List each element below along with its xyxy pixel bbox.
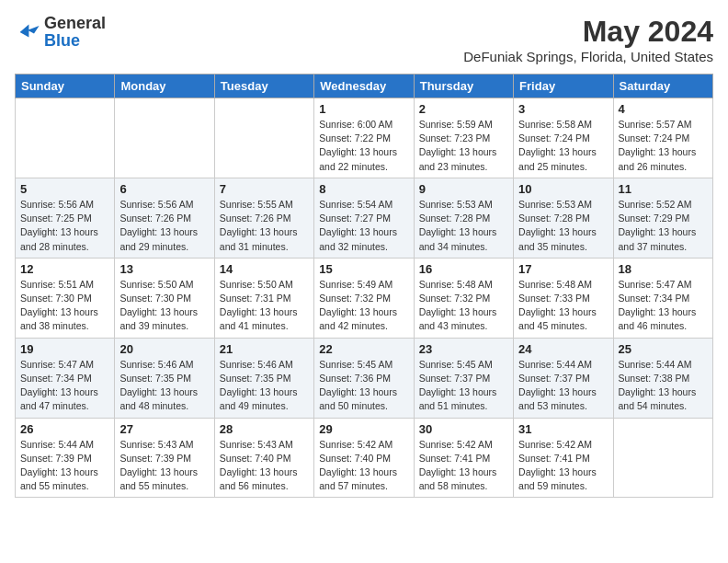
- weekday-header-friday: Friday: [514, 75, 613, 98]
- day-info: Sunrise: 5:42 AMSunset: 7:40 PMDaylight:…: [319, 438, 408, 494]
- day-number: 7: [220, 182, 309, 196]
- calendar-cell: [214, 98, 313, 178]
- calendar-cell: 5Sunrise: 5:56 AMSunset: 7:25 PMDaylight…: [16, 178, 115, 258]
- calendar-cell: 7Sunrise: 5:55 AMSunset: 7:26 PMDaylight…: [214, 178, 313, 258]
- month-title: May 2024: [463, 15, 713, 49]
- calendar-cell: 19Sunrise: 5:47 AMSunset: 7:34 PMDayligh…: [16, 338, 115, 418]
- day-info: Sunrise: 5:42 AMSunset: 7:41 PMDaylight:…: [518, 438, 608, 494]
- weekday-header-thursday: Thursday: [414, 75, 513, 98]
- calendar-cell: 1Sunrise: 6:00 AMSunset: 7:22 PMDaylight…: [314, 98, 414, 178]
- day-number: 1: [319, 102, 408, 116]
- page-header: General Blue May 2024 DeFuniak Springs, …: [15, 15, 713, 64]
- day-number: 31: [518, 422, 608, 436]
- calendar-cell: 23Sunrise: 5:45 AMSunset: 7:37 PMDayligh…: [414, 338, 513, 418]
- day-info: Sunrise: 5:49 AMSunset: 7:32 PMDaylight:…: [319, 278, 408, 334]
- day-number: 6: [119, 182, 209, 196]
- calendar-week-2: 5Sunrise: 5:56 AMSunset: 7:25 PMDaylight…: [16, 178, 713, 258]
- calendar-cell: 15Sunrise: 5:49 AMSunset: 7:32 PMDayligh…: [314, 258, 414, 338]
- calendar-cell: 9Sunrise: 5:53 AMSunset: 7:28 PMDaylight…: [414, 178, 513, 258]
- weekday-header-wednesday: Wednesday: [314, 75, 414, 98]
- day-number: 3: [518, 102, 608, 116]
- day-info: Sunrise: 5:44 AMSunset: 7:37 PMDaylight:…: [518, 358, 608, 414]
- day-info: Sunrise: 5:50 AMSunset: 7:31 PMDaylight:…: [220, 278, 309, 334]
- logo: General Blue: [15, 15, 106, 50]
- calendar-cell: 24Sunrise: 5:44 AMSunset: 7:37 PMDayligh…: [514, 338, 613, 418]
- day-number: 27: [119, 422, 209, 436]
- day-info: Sunrise: 5:56 AMSunset: 7:26 PMDaylight:…: [119, 198, 209, 254]
- calendar-cell: 11Sunrise: 5:52 AMSunset: 7:29 PMDayligh…: [613, 178, 712, 258]
- day-info: Sunrise: 5:50 AMSunset: 7:30 PMDaylight:…: [119, 278, 209, 334]
- calendar-cell: 18Sunrise: 5:47 AMSunset: 7:34 PMDayligh…: [613, 258, 712, 338]
- calendar-cell: 2Sunrise: 5:59 AMSunset: 7:23 PMDaylight…: [414, 98, 513, 178]
- calendar-cell: [115, 98, 214, 178]
- day-info: Sunrise: 5:48 AMSunset: 7:32 PMDaylight:…: [419, 278, 508, 334]
- day-number: 5: [20, 182, 109, 196]
- day-number: 19: [20, 342, 109, 356]
- day-info: Sunrise: 5:46 AMSunset: 7:35 PMDaylight:…: [119, 358, 209, 414]
- day-info: Sunrise: 5:45 AMSunset: 7:36 PMDaylight:…: [319, 358, 408, 414]
- day-number: 2: [419, 102, 508, 116]
- day-info: Sunrise: 5:53 AMSunset: 7:28 PMDaylight:…: [518, 198, 608, 254]
- day-info: Sunrise: 5:47 AMSunset: 7:34 PMDaylight:…: [20, 358, 109, 414]
- calendar-cell: 12Sunrise: 5:51 AMSunset: 7:30 PMDayligh…: [16, 258, 115, 338]
- logo-icon: [15, 19, 40, 45]
- day-number: 11: [619, 182, 708, 196]
- calendar-cell: 13Sunrise: 5:50 AMSunset: 7:30 PMDayligh…: [115, 258, 214, 338]
- calendar-cell: [16, 98, 115, 178]
- day-info: Sunrise: 5:46 AMSunset: 7:35 PMDaylight:…: [220, 358, 309, 414]
- calendar-cell: 3Sunrise: 5:58 AMSunset: 7:24 PMDaylight…: [514, 98, 613, 178]
- day-number: 21: [220, 342, 309, 356]
- day-info: Sunrise: 6:00 AMSunset: 7:22 PMDaylight:…: [319, 118, 408, 174]
- calendar-week-3: 12Sunrise: 5:51 AMSunset: 7:30 PMDayligh…: [16, 258, 713, 338]
- day-number: 13: [119, 262, 209, 276]
- day-number: 16: [419, 262, 508, 276]
- logo-text-general: General: [44, 14, 106, 32]
- weekday-header-row: SundayMondayTuesdayWednesdayThursdayFrid…: [16, 75, 713, 98]
- calendar-cell: 10Sunrise: 5:53 AMSunset: 7:28 PMDayligh…: [514, 178, 613, 258]
- day-number: 15: [319, 262, 408, 276]
- day-info: Sunrise: 5:59 AMSunset: 7:23 PMDaylight:…: [419, 118, 508, 174]
- title-block: May 2024 DeFuniak Springs, Florida, Unit…: [463, 15, 713, 64]
- day-info: Sunrise: 5:48 AMSunset: 7:33 PMDaylight:…: [518, 278, 608, 334]
- calendar-cell: 27Sunrise: 5:43 AMSunset: 7:39 PMDayligh…: [115, 418, 214, 498]
- calendar-cell: 4Sunrise: 5:57 AMSunset: 7:24 PMDaylight…: [613, 98, 712, 178]
- day-info: Sunrise: 5:57 AMSunset: 7:24 PMDaylight:…: [619, 118, 708, 174]
- svg-marker-0: [20, 25, 40, 38]
- day-info: Sunrise: 5:43 AMSunset: 7:39 PMDaylight:…: [119, 438, 209, 494]
- day-number: 4: [619, 102, 708, 116]
- day-info: Sunrise: 5:47 AMSunset: 7:34 PMDaylight:…: [619, 278, 708, 334]
- day-number: 8: [319, 182, 408, 196]
- calendar-cell: [613, 418, 712, 498]
- calendar-cell: 26Sunrise: 5:44 AMSunset: 7:39 PMDayligh…: [16, 418, 115, 498]
- calendar-cell: 17Sunrise: 5:48 AMSunset: 7:33 PMDayligh…: [514, 258, 613, 338]
- day-number: 24: [518, 342, 608, 356]
- calendar-week-1: 1Sunrise: 6:00 AMSunset: 7:22 PMDaylight…: [16, 98, 713, 178]
- calendar-cell: 16Sunrise: 5:48 AMSunset: 7:32 PMDayligh…: [414, 258, 513, 338]
- day-number: 30: [419, 422, 508, 436]
- calendar-week-5: 26Sunrise: 5:44 AMSunset: 7:39 PMDayligh…: [16, 418, 713, 498]
- calendar-cell: 30Sunrise: 5:42 AMSunset: 7:41 PMDayligh…: [414, 418, 513, 498]
- day-info: Sunrise: 5:52 AMSunset: 7:29 PMDaylight:…: [619, 198, 708, 254]
- calendar-cell: 29Sunrise: 5:42 AMSunset: 7:40 PMDayligh…: [314, 418, 414, 498]
- day-number: 25: [619, 342, 708, 356]
- day-number: 20: [119, 342, 209, 356]
- location-title: DeFuniak Springs, Florida, United States: [463, 49, 713, 64]
- day-info: Sunrise: 5:58 AMSunset: 7:24 PMDaylight:…: [518, 118, 608, 174]
- calendar-table: SundayMondayTuesdayWednesdayThursdayFrid…: [15, 74, 713, 498]
- day-info: Sunrise: 5:54 AMSunset: 7:27 PMDaylight:…: [319, 198, 408, 254]
- calendar-cell: 21Sunrise: 5:46 AMSunset: 7:35 PMDayligh…: [214, 338, 313, 418]
- calendar-cell: 8Sunrise: 5:54 AMSunset: 7:27 PMDaylight…: [314, 178, 414, 258]
- weekday-header-monday: Monday: [115, 75, 214, 98]
- day-number: 23: [419, 342, 508, 356]
- calendar-cell: 20Sunrise: 5:46 AMSunset: 7:35 PMDayligh…: [115, 338, 214, 418]
- calendar-cell: 6Sunrise: 5:56 AMSunset: 7:26 PMDaylight…: [115, 178, 214, 258]
- day-number: 14: [220, 262, 309, 276]
- day-number: 17: [518, 262, 608, 276]
- day-info: Sunrise: 5:44 AMSunset: 7:39 PMDaylight:…: [20, 438, 109, 494]
- calendar-cell: 22Sunrise: 5:45 AMSunset: 7:36 PMDayligh…: [314, 338, 414, 418]
- calendar-cell: 31Sunrise: 5:42 AMSunset: 7:41 PMDayligh…: [514, 418, 613, 498]
- weekday-header-sunday: Sunday: [16, 75, 115, 98]
- calendar-week-4: 19Sunrise: 5:47 AMSunset: 7:34 PMDayligh…: [16, 338, 713, 418]
- logo-text-blue: Blue: [44, 31, 80, 50]
- calendar-cell: 28Sunrise: 5:43 AMSunset: 7:40 PMDayligh…: [214, 418, 313, 498]
